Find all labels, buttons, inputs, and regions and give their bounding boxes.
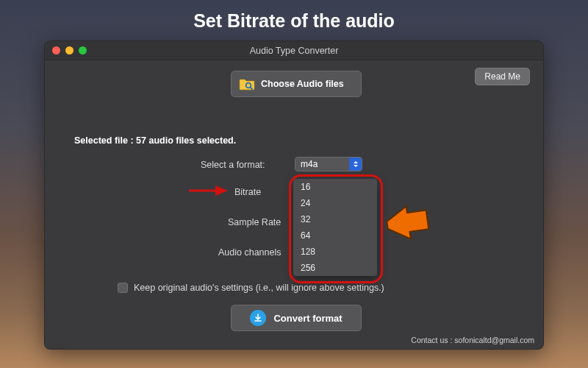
app-window: Audio Type Converter Read Me Choose Audi… <box>44 40 544 350</box>
bitrate-option[interactable]: 128 <box>293 244 377 260</box>
bitrate-option[interactable]: 24 <box>293 195 377 211</box>
audio-channels-label: Audio channels <box>218 247 281 258</box>
convert-button[interactable]: Convert format <box>231 305 362 331</box>
download-icon <box>250 310 266 326</box>
bitrate-option[interactable]: 16 <box>293 179 377 195</box>
window-title: Audio Type Converter <box>45 46 543 56</box>
svg-marker-3 <box>215 185 228 196</box>
red-arrow-icon <box>187 184 228 197</box>
svg-marker-4 <box>385 203 430 241</box>
bitrate-option[interactable]: 64 <box>293 227 377 244</box>
readme-button[interactable]: Read Me <box>475 68 530 85</box>
format-label: Select a format: <box>201 160 265 170</box>
convert-label: Convert format <box>273 313 342 324</box>
bitrate-label: Bitrate <box>234 187 261 197</box>
bitrate-dropdown[interactable]: 16 24 32 64 128 256 <box>293 179 377 276</box>
bitrate-option[interactable]: 256 <box>293 260 377 276</box>
sample-rate-label: Sample Rate <box>228 217 281 227</box>
choose-files-button[interactable]: Choose Audio files <box>231 71 362 97</box>
format-select[interactable]: m4a <box>295 157 362 171</box>
format-value: m4a <box>295 159 349 169</box>
page-headline: Set Bitrate of the audio <box>0 0 588 32</box>
selected-file-status: Selected file : 57 audio files selected. <box>74 135 236 146</box>
contact-text: Contact us : sofonicaltd@gmail.com <box>411 336 534 344</box>
choose-files-label: Choose Audio files <box>261 79 344 89</box>
bitrate-option[interactable]: 32 <box>293 211 377 227</box>
keep-original-checkbox[interactable] <box>118 283 128 293</box>
keep-original-label: Keep original audio's settings (i.e., wi… <box>134 283 384 293</box>
orange-arrow-icon <box>385 202 431 245</box>
chevrons-icon <box>349 158 362 171</box>
titlebar: Audio Type Converter <box>45 41 543 60</box>
folder-search-icon <box>239 77 255 91</box>
